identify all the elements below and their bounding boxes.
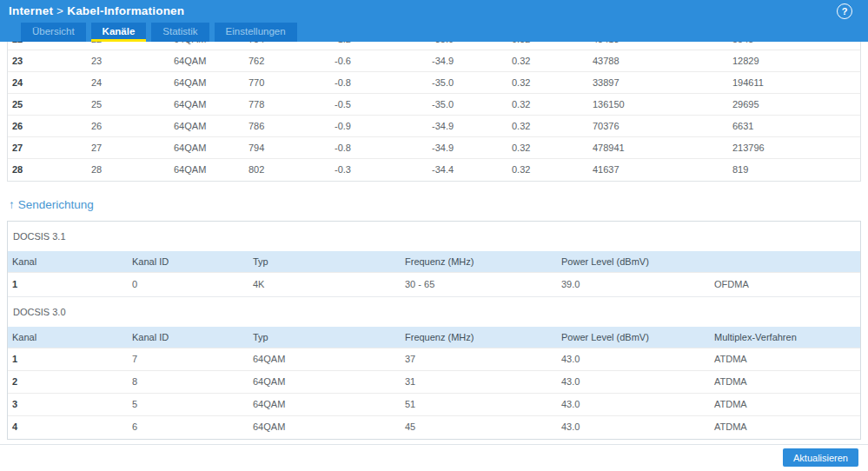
table-cell: 27 [8, 137, 87, 159]
docsis31-table: KanalKanal IDTypFrequenz (MHz)Power Leve… [8, 251, 860, 296]
table-cell: 0.32 [507, 159, 588, 181]
table-cell: -0.5 [330, 94, 427, 116]
table-cell: 43.0 [557, 393, 710, 415]
table-row: 104K30 - 6539.0OFDMA [8, 272, 860, 296]
receive-channels-table: 222264QAM754-1.2-35.00.32434135548232364… [8, 28, 860, 181]
table-cell: 6631 [728, 116, 860, 137]
table-cell: -0.3 [330, 159, 427, 181]
refresh-button[interactable]: Aktualisieren [783, 448, 858, 467]
table-cell: 43.0 [557, 370, 710, 393]
footer-divider [0, 444, 868, 445]
tab-einstellungen[interactable]: Einstellungen [215, 23, 297, 42]
table-cell: 33897 [588, 72, 728, 94]
table-cell: -0.8 [330, 137, 427, 159]
table-cell: 0.32 [507, 94, 588, 116]
send-direction-heading: ↑Senderichtung [9, 198, 94, 211]
table-cell: -34.9 [427, 50, 507, 72]
table-cell: -35.0 [427, 94, 507, 116]
column-header: Typ [248, 327, 401, 348]
send-direction-title: Senderichtung [18, 198, 94, 211]
tab-statistik[interactable]: Statistik [151, 23, 209, 42]
table-cell: 770 [244, 72, 330, 94]
table-cell: 28 [8, 159, 87, 181]
table-cell: 64QAM [169, 159, 244, 181]
table-cell: 64QAM [169, 50, 244, 72]
table-cell: 6 [128, 415, 248, 438]
table-cell: 3 [8, 393, 128, 415]
column-header: Kanal [8, 327, 128, 348]
help-button[interactable]: ? [837, 3, 852, 19]
table-row: 272764QAM794-0.8-34.90.32478941213796 [8, 137, 860, 159]
breadcrumb-section[interactable]: Internet [9, 4, 53, 17]
table-cell: ATDMA [710, 415, 860, 438]
column-header: Power Level (dBmV) [557, 327, 710, 348]
table-cell: 23 [8, 50, 87, 72]
table-cell: 8 [128, 370, 248, 393]
table-cell: 41637 [588, 159, 728, 181]
up-arrow-icon: ↑ [9, 198, 15, 211]
breadcrumb[interactable]: Internet>Kabel-Informationen [9, 4, 184, 17]
table-cell: 5 [128, 393, 248, 415]
table-cell: 29695 [728, 94, 860, 116]
table-row: 4664QAM4543.0ATDMA [8, 415, 860, 438]
table-cell: 43.0 [557, 415, 710, 438]
table-cell: 64QAM [169, 94, 244, 116]
table-cell: -0.9 [330, 116, 427, 137]
table-cell: 39.0 [557, 272, 710, 296]
table-cell: 0.32 [507, 116, 588, 137]
table-cell: 30 - 65 [401, 272, 557, 296]
table-cell: 24 [8, 72, 87, 94]
table-cell: -35.0 [427, 72, 507, 94]
table-cell: 25 [8, 94, 87, 116]
table-cell: 64QAM [169, 72, 244, 94]
docsis30-label: DOCSIS 3.0 [8, 297, 860, 327]
table-cell: 64QAM [248, 348, 401, 370]
chevron-right-icon: > [53, 4, 67, 17]
page: 222264QAM754-1.2-35.00.32434135548232364… [0, 0, 868, 471]
docsis30-table: KanalKanal IDTypFrequenz (MHz)Power Leve… [8, 327, 860, 438]
table-cell: 28 [87, 159, 169, 181]
table-cell: ATDMA [710, 370, 860, 393]
table-cell: 64QAM [248, 393, 401, 415]
table-cell: 45 [401, 415, 557, 438]
table-cell: 802 [244, 159, 330, 181]
table-cell: 51 [401, 393, 557, 415]
table-cell: 31 [401, 370, 557, 393]
table-cell: 136150 [588, 94, 728, 116]
table-cell: 37 [401, 348, 557, 370]
table-cell: 64QAM [169, 137, 244, 159]
table-cell: 26 [8, 116, 87, 137]
table-row: 232364QAM762-0.6-34.90.324378812829 [8, 50, 860, 72]
tab-bar: Übersicht Kanäle Statistik Einstellungen [21, 23, 297, 42]
breadcrumb-page: Kabel-Informationen [67, 4, 184, 17]
column-header: Kanal [8, 251, 128, 272]
table-row: 282864QAM802-0.3-34.40.3241637819 [8, 159, 860, 181]
table-cell: -0.6 [330, 50, 427, 72]
tab-kanaele[interactable]: Kanäle [91, 23, 147, 42]
table-cell: -34.9 [427, 137, 507, 159]
table-cell: 213796 [728, 137, 860, 159]
table-cell: 4K [248, 272, 401, 296]
table-cell: 778 [244, 94, 330, 116]
table-cell: 2 [8, 370, 128, 393]
table-cell: 0.32 [507, 137, 588, 159]
column-header [710, 251, 860, 272]
table-cell: OFDMA [710, 272, 860, 296]
tab-uebersicht[interactable]: Übersicht [21, 23, 86, 42]
table-cell: 819 [728, 159, 860, 181]
table-cell: 1 [8, 272, 128, 296]
column-header: Power Level (dBmV) [557, 251, 710, 272]
table-cell: 194611 [728, 72, 860, 94]
table-cell: 7 [128, 348, 248, 370]
table-cell: -0.8 [330, 72, 427, 94]
table-row: 242464QAM770-0.8-35.00.3233897194611 [8, 72, 860, 94]
table-cell: 0.32 [507, 72, 588, 94]
table-cell: 1 [8, 348, 128, 370]
table-cell: 762 [244, 50, 330, 72]
table-cell: 0.32 [507, 50, 588, 72]
table-cell: 478941 [588, 137, 728, 159]
table-cell: 12829 [728, 50, 860, 72]
table-cell: 794 [244, 137, 330, 159]
table-cell: 70376 [588, 116, 728, 137]
table-row: 262664QAM786-0.9-34.90.32703766631 [8, 116, 860, 137]
